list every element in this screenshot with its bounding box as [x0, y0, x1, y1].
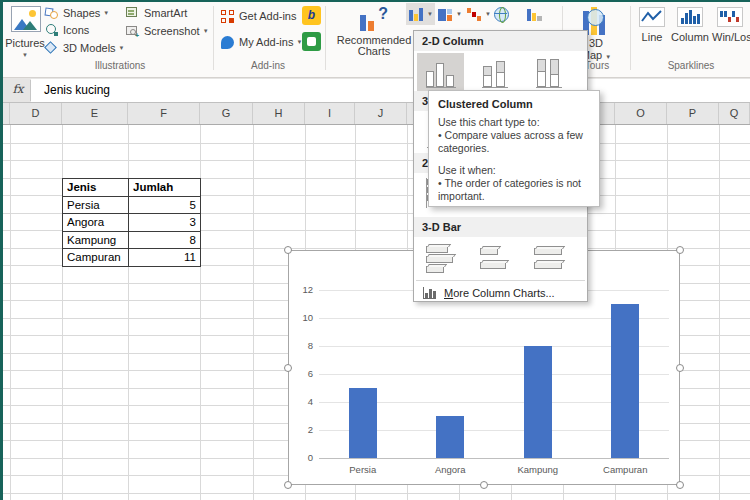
tooltip-body: Use this chart type to:• Compare values … — [438, 116, 590, 203]
bar-kampung[interactable] — [524, 346, 552, 458]
pivotchart-icon — [526, 6, 542, 22]
illustrations-group-label: Illustrations — [60, 59, 180, 72]
column-header-I[interactable]: I — [305, 103, 355, 124]
column-header-Q[interactable]: Q — [719, 103, 750, 124]
column-header-E[interactable]: E — [62, 103, 128, 124]
column-header-G[interactable]: G — [200, 103, 253, 124]
group-separator — [630, 6, 631, 70]
sparkline-line-button[interactable]: Line — [636, 2, 668, 62]
sparkline-winloss-button[interactable]: Win/Loss — [712, 2, 748, 62]
chart-selection-handle[interactable] — [284, 481, 292, 489]
table-header-cell[interactable]: Jenis kucing — [63, 179, 129, 197]
3d-100-stacked-bar-icon — [532, 243, 566, 275]
column-header-D[interactable]: D — [10, 103, 62, 124]
bar-campuran[interactable] — [611, 304, 639, 458]
table-cell[interactable]: Persia — [63, 197, 129, 215]
chart-selection-handle[interactable] — [480, 481, 488, 489]
column-header-P[interactable]: P — [667, 103, 719, 124]
pivotchart-button[interactable] — [524, 3, 544, 25]
chart-selection-handle[interactable] — [284, 246, 292, 254]
screenshot-icon: + — [126, 24, 139, 37]
insert-hierarchy-chart-button[interactable]: ▼ — [435, 3, 464, 25]
clustered-column-option[interactable] — [417, 53, 464, 93]
chart-selection-handle[interactable] — [284, 364, 292, 372]
3d-100-stacked-bar-option[interactable] — [525, 239, 572, 279]
insert-waterfall-chart-button[interactable]: ▼ — [464, 3, 493, 25]
recommended-charts-button[interactable]: ? Recommended Charts — [336, 2, 412, 74]
table-row: Persia5 — [63, 197, 201, 215]
3d-models-button[interactable]: 3D Models ▼ — [45, 40, 125, 55]
tooltip-line: • Compare values across a few categories… — [438, 129, 590, 155]
icons-button[interactable]: Icons — [45, 22, 89, 37]
group-separator — [213, 6, 214, 70]
pictures-button[interactable]: Pictures ▼ — [4, 2, 46, 74]
table-row: Campuran11 — [63, 249, 201, 267]
formula-bar: fx Jenis kucing — [0, 78, 750, 103]
chevron-down-icon: ▼ — [103, 10, 109, 16]
column-header-O[interactable]: O — [615, 103, 667, 124]
bar-angora[interactable] — [436, 416, 464, 458]
get-addins-button[interactable]: Get Add-ins — [221, 8, 296, 24]
chevron-down-icon: ▼ — [485, 11, 491, 17]
column-header-F[interactable]: F — [128, 103, 200, 124]
grid-hline — [0, 493, 750, 494]
chevron-down-icon: ▼ — [4, 52, 46, 58]
grid-vline — [10, 125, 11, 500]
screenshot-button[interactable]: + Screenshot ▼ — [126, 23, 209, 38]
table-header-cell[interactable]: Jumlah — [129, 179, 201, 197]
grid-hline — [0, 143, 750, 144]
shapes-button[interactable]: Shapes ▼ — [45, 5, 109, 20]
3d-stacked-bar-option[interactable] — [471, 239, 518, 279]
bar-persia[interactable] — [349, 388, 377, 458]
group-separator — [325, 6, 326, 70]
x-axis-label: Persia — [328, 464, 398, 475]
table-cell[interactable]: Angora — [63, 214, 129, 232]
stacked-column-option[interactable] — [471, 53, 518, 93]
tooltip-title: Clustered Column — [438, 98, 590, 110]
get-addins-icon — [221, 10, 234, 23]
chart-selection-handle[interactable] — [676, 364, 684, 372]
sparklines-group-label: Sparklines — [634, 59, 748, 72]
table-cell[interactable]: 3 — [129, 214, 201, 232]
formula-input[interactable]: Jenis kucing — [31, 79, 750, 102]
data-table[interactable]: Jenis kucingJumlahPersia5Angora3Kampung8… — [62, 178, 201, 267]
more-column-charts-item[interactable]: More Column Charts... — [414, 283, 587, 302]
table-cell[interactable]: Campuran — [63, 249, 129, 267]
waterfall-chart-icon — [466, 6, 482, 22]
line-sparkline-icon — [639, 7, 665, 27]
chart-selection-handle[interactable] — [676, 481, 684, 489]
sparkline-column-button[interactable]: Column — [670, 2, 710, 62]
y-axis-tick: 0 — [289, 452, 313, 463]
hierarchy-chart-icon — [437, 6, 453, 22]
table-cell[interactable]: 8 — [129, 232, 201, 250]
column-header-H[interactable]: H — [253, 103, 305, 124]
fx-icon[interactable]: fx — [8, 82, 28, 99]
table-row: Angora3 — [63, 214, 201, 232]
table-cell[interactable]: 11 — [129, 249, 201, 267]
3d-clustered-bar-option[interactable] — [417, 239, 464, 279]
insert-column-chart-button[interactable]: ▼ — [406, 3, 435, 25]
ribbon: Pictures ▼ Shapes ▼ Icons 3D Models ▼ Sm… — [0, 0, 750, 78]
column-sparkline-icon — [677, 7, 703, 27]
column-header-J[interactable]: J — [355, 103, 407, 124]
window-frame-top — [0, 0, 750, 2]
chart-selection-handle[interactable] — [676, 246, 684, 254]
x-axis-label: Campuran — [590, 464, 660, 475]
my-addins-icon — [221, 36, 234, 49]
table-cell[interactable]: Kampung — [63, 232, 129, 250]
column-headers: DEFGHIJKLMNOPQ — [0, 103, 750, 125]
store-badge-icon[interactable]: b — [302, 6, 321, 25]
chevron-down-icon: ▼ — [203, 28, 209, 34]
table-cell[interactable]: 5 — [129, 197, 201, 215]
x-axis-label: Kampung — [503, 464, 573, 475]
window-frame-left — [0, 0, 3, 500]
my-addins-button[interactable]: My Add-ins ▼ — [221, 34, 302, 50]
x-axis-line — [319, 458, 669, 459]
shapes-icon — [45, 6, 58, 19]
100-stacked-column-option[interactable] — [525, 53, 572, 93]
clustered-column-icon — [426, 58, 456, 88]
smartart-button[interactable]: SmartArt — [126, 5, 187, 20]
maps-button[interactable] — [492, 3, 511, 25]
winloss-sparkline-icon — [717, 7, 743, 27]
addin-badge-icon[interactable] — [302, 32, 321, 51]
